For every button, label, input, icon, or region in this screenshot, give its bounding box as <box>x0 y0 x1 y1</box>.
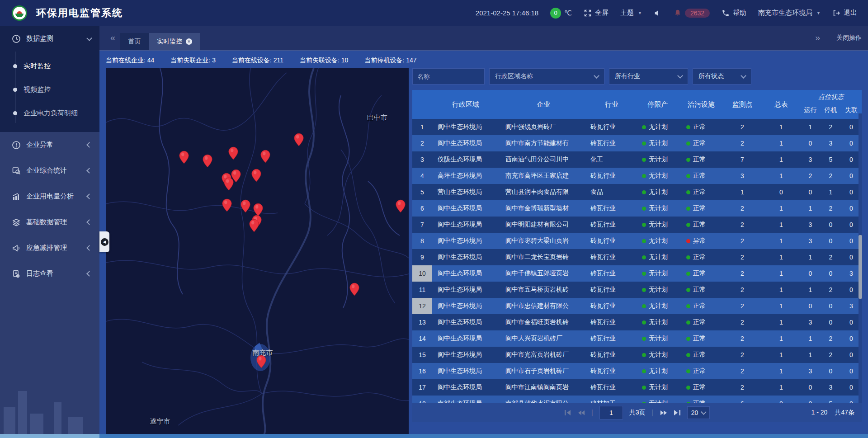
sidebar-item-1[interactable]: 数据监测 <box>0 26 99 52</box>
sidebar-subitem-2[interactable]: 视频监控 <box>0 78 99 101</box>
column-header[interactable]: 企业 <box>499 90 588 119</box>
previous-page-button[interactable] <box>578 410 585 416</box>
cell-company[interactable]: 阆中明阳建材有限公司 <box>499 217 588 233</box>
column-header[interactable]: 监测点 <box>722 90 762 119</box>
page-size-select[interactable]: 20 <box>687 406 710 419</box>
table-row[interactable]: 4高坪生态环境局南充市高坪区王家店建砖瓦行业无计划正常31220 <box>412 168 862 184</box>
sidebar-collapse-handle[interactable]: ◀ <box>99 231 109 252</box>
column-header[interactable]: 停限产 <box>636 90 680 119</box>
fullscreen-button[interactable]: 全屏 <box>584 9 609 17</box>
sidebar-item-6[interactable]: 应急减排管理 <box>0 235 99 261</box>
map-pin-icon[interactable] <box>396 199 406 213</box>
map-pin-icon[interactable] <box>179 151 189 164</box>
sidebar-subitem-3[interactable]: 企业电力负荷明细 <box>0 101 99 125</box>
mute-button[interactable] <box>654 9 662 17</box>
map-pin-icon[interactable] <box>249 219 259 232</box>
column-header[interactable]: 总表 <box>762 90 800 119</box>
table-row[interactable]: 3仪陇生态环境局西南油气田分公司川中化工无计划正常71350 <box>412 151 862 168</box>
cell-company[interactable]: 阆中市五马桥页岩机砖 <box>499 282 588 298</box>
logout-button[interactable]: 退出 <box>832 9 857 17</box>
temperature-widget: 0 ℃ <box>550 8 572 19</box>
map-pin-icon[interactable] <box>241 199 250 213</box>
page-number-input[interactable] <box>599 406 623 419</box>
cell-company[interactable]: 阆中市二龙长宝页岩砖 <box>499 249 588 265</box>
tab-item[interactable]: 首页 <box>120 33 149 50</box>
cell-company[interactable]: 营山县润丰肉食品有限 <box>499 184 588 200</box>
column-header[interactable]: 行政区域 <box>432 90 499 119</box>
table-row[interactable]: 13阆中生态环境局阆中市金福旺页岩机砖砖瓦行业无计划正常21300 <box>412 314 862 330</box>
help-button[interactable]: 帮助 <box>722 9 746 17</box>
table-row[interactable]: 16阆中生态环境局阆中市石子页岩机砖厂砖瓦行业无计划正常21300 <box>412 363 862 379</box>
close-operations-button[interactable]: 关闭操作 <box>836 34 862 42</box>
theme-dropdown[interactable]: 主题▼ <box>620 9 642 17</box>
sidebar-item-2[interactable]: 企业异常 <box>0 132 99 158</box>
sidebar-item-5[interactable]: 基础数据管理 <box>0 209 99 235</box>
cell-company[interactable]: 南部县雄华水泥有限公 <box>499 396 588 403</box>
sub-column-header[interactable]: 停机 <box>821 102 841 119</box>
map-pin-icon[interactable] <box>203 154 212 168</box>
industry-filter-select[interactable]: 所有行业 <box>609 68 688 85</box>
table-row[interactable]: 12阆中生态环境局阆中市忠信建材有限公砖瓦行业无计划正常21003 <box>412 298 862 314</box>
tabs-scroll-left-button[interactable]: « <box>106 25 120 50</box>
map-pin-icon[interactable] <box>251 169 261 182</box>
cell-company[interactable]: 阆中市金博瑞新型墙材 <box>499 200 588 217</box>
first-page-button[interactable] <box>564 410 571 416</box>
table-row[interactable]: 5营山生态环境局营山县润丰肉食品有限食品无计划正常10010 <box>412 184 862 200</box>
cell-company[interactable]: 阆中大兴页岩机砖厂 <box>499 330 588 347</box>
cell-limit-status: 无计划 <box>636 363 680 379</box>
cell-company[interactable]: 阆中千佛镇五郎垭页岩 <box>499 265 588 282</box>
table-row[interactable]: 17阆中生态环境局阆中市江南镇阆南页岩砖瓦行业无计划正常21030 <box>412 379 862 396</box>
name-filter-input[interactable] <box>412 68 485 85</box>
table-row[interactable]: 2阆中生态环境局阆中市南方节能建材有砖瓦行业无计划正常21030 <box>412 135 862 151</box>
cell-company[interactable]: 阆中市忠信建材有限公 <box>499 298 588 314</box>
map-pin-icon[interactable] <box>224 177 234 191</box>
map-pin-icon[interactable] <box>294 133 304 146</box>
sidebar-item-4[interactable]: 企业用电量分析 <box>0 184 99 209</box>
status-filter-select[interactable]: 所有状态 <box>693 68 751 85</box>
cell-company[interactable]: 西南油气田分公司川中 <box>499 151 588 168</box>
table-row[interactable]: 10阆中生态环境局阆中千佛镇五郎垭页岩砖瓦行业无计划正常21003 <box>412 265 862 282</box>
table-row[interactable]: 14阆中生态环境局阆中大兴页岩机砖厂砖瓦行业无计划正常21120 <box>412 330 862 347</box>
notifications[interactable]: 2632 <box>674 9 710 18</box>
table-row[interactable]: 1阆中生态环境局阆中强锐页岩砖厂砖瓦行业无计划正常21120 <box>412 119 862 135</box>
cell-company[interactable]: 阆中市金福旺页岩机砖 <box>499 314 588 330</box>
map-pin-icon[interactable] <box>228 146 238 160</box>
sidebar-item-7[interactable]: 日志查看 <box>0 261 99 287</box>
cell-company[interactable]: 阆中强锐页岩砖厂 <box>499 119 588 135</box>
tab-close-icon[interactable]: ✕ <box>186 38 192 45</box>
last-page-button[interactable] <box>674 410 681 416</box>
table-row[interactable]: 7阆中生态环境局阆中明阳建材有限公司砖瓦行业无计划正常21300 <box>412 217 862 233</box>
table-scrollbar[interactable] <box>859 113 862 403</box>
cell-running: 3 <box>800 217 821 233</box>
sidebar-subitem-1-active[interactable]: 实时监控 <box>0 54 99 78</box>
tab-active[interactable]: 实时监控✕ <box>149 33 200 50</box>
table-row[interactable]: 15阆中生态环境局阆中市光富页岩机砖厂砖瓦行业无计划正常21120 <box>412 347 862 363</box>
table-row[interactable]: 8阆中生态环境局阆中市枣碧大梁山页岩砖瓦行业无计划异常21300 <box>412 233 862 249</box>
column-header[interactable]: 行业 <box>588 90 636 119</box>
table-row[interactable]: 6阆中生态环境局阆中市金博瑞新型墙材砖瓦行业无计划正常21120 <box>412 200 862 217</box>
map-pin-icon[interactable] <box>256 355 266 368</box>
sub-column-header[interactable]: 运行 <box>800 102 821 119</box>
tabs-scroll-right-button[interactable]: » <box>811 25 825 50</box>
sidebar-item-3[interactable]: 企业综合统计 <box>0 158 99 184</box>
table-row[interactable]: 18南部生态环境局南部县雄华水泥有限公建材加工无计划正常60050 <box>412 396 862 403</box>
org-dropdown[interactable]: 南充市生态环境局▼ <box>758 9 821 17</box>
cell-company[interactable]: 阆中市石子页岩机砖厂 <box>499 363 588 379</box>
map-panel[interactable]: 巴中市南充市遂宁市 <box>106 68 409 435</box>
region-filter-select[interactable]: 行政区域名称 <box>489 68 604 85</box>
cell-company[interactable]: 阆中市江南镇阆南页岩 <box>499 379 588 396</box>
map-pin-icon[interactable] <box>222 198 232 212</box>
row-number: 8 <box>412 233 432 249</box>
cell-company[interactable]: 阆中市枣碧大梁山页岩 <box>499 233 588 249</box>
scrollbar-thumb[interactable] <box>859 235 862 299</box>
table-row[interactable]: 9阆中生态环境局阆中市二龙长宝页岩砖砖瓦行业无计划正常21120 <box>412 249 862 265</box>
map-pin-icon[interactable] <box>349 283 359 296</box>
column-header[interactable]: 治污设施 <box>680 90 722 119</box>
map-pin-icon[interactable] <box>260 150 270 163</box>
next-page-button[interactable] <box>660 410 667 416</box>
cell-company[interactable]: 阆中市南方节能建材有 <box>499 135 588 151</box>
cell-company[interactable]: 南充市高坪区王家店建 <box>499 168 588 184</box>
cell-running: 1 <box>800 249 821 265</box>
table-row[interactable]: 11阆中生态环境局阆中市五马桥页岩机砖砖瓦行业无计划正常21120 <box>412 282 862 298</box>
cell-company[interactable]: 阆中市光富页岩机砖厂 <box>499 347 588 363</box>
